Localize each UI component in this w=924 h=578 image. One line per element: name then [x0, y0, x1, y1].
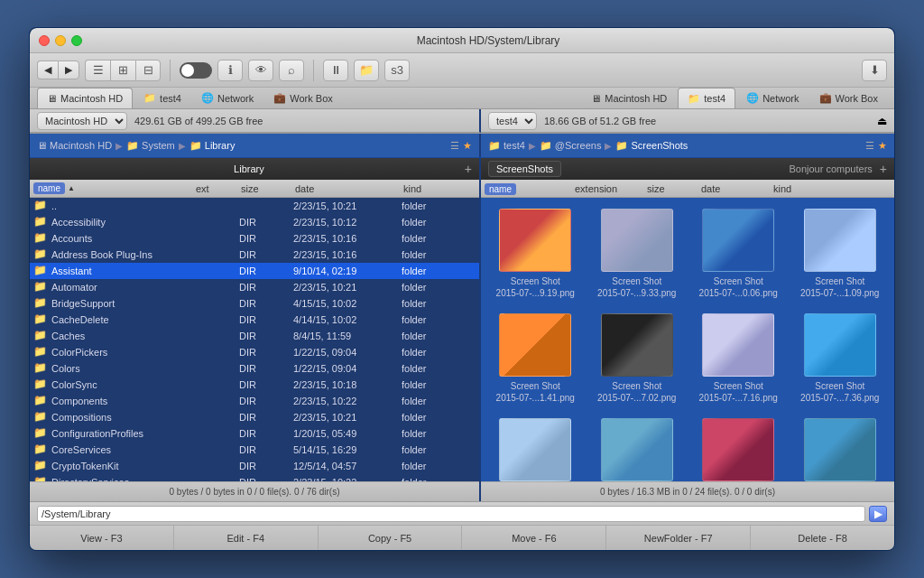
right-col-size[interactable]: size	[647, 183, 701, 194]
right-bc-star-icon[interactable]: ★	[878, 140, 887, 152]
file-row[interactable]: 📁 ConfigurationProfiles DIR 1/20/15, 05:…	[30, 425, 479, 442]
screenshot-item[interactable]: Screen Shot2015-07-...9.33.png	[590, 205, 685, 303]
right-add-button[interactable]: +	[880, 162, 887, 176]
pause-button[interactable]: ⏸	[323, 60, 348, 81]
file-row[interactable]: 📁 Colors DIR 1/22/15, 09:04 folder	[30, 360, 479, 377]
toggle-button[interactable]	[180, 62, 212, 79]
funckey-6[interactable]: Move - F6	[462, 526, 606, 550]
file-name: Assistant	[51, 266, 194, 276]
screenshot-item[interactable]: Screen Shot2015-07-...8.16.png	[691, 415, 786, 481]
list-view-button[interactable]: ☰	[85, 60, 110, 81]
screenshot-item[interactable]: Screen Shot2015-07-...1.09.png	[793, 205, 888, 303]
icon-view-button[interactable]: ⊞	[110, 60, 135, 81]
bc-right-2[interactable]: 📁 ScreenShots	[615, 140, 688, 152]
file-row[interactable]: 📁 Automator DIR 2/23/15, 10:21 folder	[30, 279, 479, 295]
bc-right-0[interactable]: 📁 test4	[488, 140, 525, 152]
file-size: DIR	[239, 347, 293, 358]
forward-button[interactable]: ▶	[58, 61, 79, 79]
right-tab-macintoshhd[interactable]: 🖥 Macintosh HD	[582, 88, 676, 108]
file-kind: folder	[402, 233, 465, 244]
file-size: DIR	[239, 461, 293, 471]
file-row[interactable]: 📁 Components DIR 2/23/15, 10:22 folder	[30, 393, 479, 409]
file-row[interactable]: 📁 Caches DIR 8/4/15, 11:59 folder	[30, 328, 479, 344]
download-button[interactable]: ⬇	[862, 60, 887, 81]
left-bc-list-icon[interactable]: ☰	[450, 140, 459, 152]
search-button[interactable]: ⌕	[279, 60, 304, 81]
screenshots-tab[interactable]: ScreenShots	[488, 161, 561, 177]
funckey-4[interactable]: Edit - F4	[174, 526, 319, 550]
file-name: Address Book Plug-Ins	[51, 249, 194, 260]
left-drive-select[interactable]: Macintosh HD	[37, 112, 127, 130]
info-button[interactable]: ℹ	[217, 60, 243, 81]
screenshot-item[interactable]: Screen Shot2015-07-...8.00.png	[590, 415, 685, 481]
preview-button[interactable]: 👁	[248, 60, 273, 81]
left-tab-workbox[interactable]: 💼 Work Box	[264, 88, 341, 108]
left-tab-test4[interactable]: 📁 test4	[134, 88, 190, 108]
left-bc-star-icon[interactable]: ★	[463, 140, 472, 152]
network-icon-r: 🌐	[746, 92, 759, 104]
file-row[interactable]: 📁 Compositions DIR 2/23/15, 10:21 folder	[30, 409, 479, 425]
right-col-kind[interactable]: kind	[773, 183, 827, 194]
left-tab-network[interactable]: 🌐 Network	[192, 88, 263, 108]
left-panel-title: Library	[37, 163, 461, 174]
file-row[interactable]: 📁 Accessibility DIR 2/23/15, 10:12 folde…	[30, 214, 479, 230]
path-go-button[interactable]: ▶	[869, 506, 887, 522]
left-tab-macintoshhd[interactable]: 🖥 Macintosh HD	[37, 88, 133, 108]
new-folder-button[interactable]: 📁	[354, 60, 379, 81]
screenshot-item[interactable]: Screen Shot2015-07-...7.45.png	[488, 415, 583, 481]
bc-left-2[interactable]: 📁 Library	[189, 140, 236, 152]
col-kind-header[interactable]: kind	[403, 183, 467, 194]
file-row[interactable]: 📁 ColorSync DIR 2/23/15, 10:18 folder	[30, 377, 479, 393]
bc-left-1[interactable]: 📁 System	[126, 140, 175, 152]
right-tab-test4[interactable]: 📁 test4	[678, 88, 735, 108]
file-row[interactable]: 📁 CoreServices DIR 5/14/15, 16:29 folder	[30, 442, 479, 458]
minimize-button[interactable]	[55, 35, 66, 46]
folder-icon-bc2: 📁	[189, 140, 202, 152]
file-row[interactable]: 📁 ColorPickers DIR 1/22/15, 09:04 folder	[30, 344, 479, 360]
col-date-header[interactable]: date	[295, 183, 403, 194]
right-col-date[interactable]: date	[701, 183, 773, 194]
funckey-5[interactable]: Copy - F5	[319, 526, 463, 550]
file-kind: folder	[402, 347, 465, 358]
back-button[interactable]: ◀	[37, 61, 58, 79]
funckey-3[interactable]: View - F3	[30, 526, 174, 550]
right-bc-list-icon[interactable]: ☰	[865, 140, 874, 152]
bc-left-0[interactable]: 🖥 Macintosh HD	[37, 140, 112, 151]
right-col-name[interactable]: name	[485, 183, 575, 194]
right-panel-tabs: ScreenShots	[488, 158, 789, 180]
left-add-button[interactable]: +	[465, 162, 472, 176]
col-ext-header[interactable]: ext	[196, 183, 241, 194]
file-row[interactable]: 📁 CryptoTokenKit DIR 12/5/14, 04:57 fold…	[30, 458, 479, 474]
screenshot-item[interactable]: Screen Shot2015-07-...9.24.png	[793, 415, 888, 481]
file-row[interactable]: 📁 BridgeSupport DIR 4/15/15, 10:02 folde…	[30, 295, 479, 312]
screenshot-item[interactable]: Screen Shot2015-07-...1.41.png	[488, 310, 583, 407]
file-row[interactable]: 📁 Assistant DIR 9/10/14, 02:19 folder	[30, 263, 479, 279]
col-name-header[interactable]: name ▲	[33, 182, 196, 194]
right-col-ext[interactable]: extension	[575, 183, 647, 194]
screenshot-item[interactable]: Screen Shot2015-07-...9.19.png	[488, 205, 583, 303]
file-row[interactable]: 📁 Accounts DIR 2/23/15, 10:16 folder	[30, 230, 479, 247]
maximize-button[interactable]	[71, 35, 82, 46]
right-drive-select[interactable]: test4	[488, 112, 537, 130]
column-view-button[interactable]: ⊟	[135, 60, 161, 81]
col-size-header[interactable]: size	[241, 183, 295, 194]
screenshot-item[interactable]: Screen Shot2015-07-...7.16.png	[691, 310, 786, 407]
file-row[interactable]: 📁 Address Book Plug-Ins DIR 2/23/15, 10:…	[30, 247, 479, 263]
file-row[interactable]: 📁 .. 2/23/15, 10:21 folder	[30, 198, 479, 214]
close-button[interactable]	[39, 35, 50, 46]
funckey-8[interactable]: Delete - F8	[751, 526, 894, 550]
screenshot-item[interactable]: Screen Shot2015-07-...7.36.png	[793, 310, 888, 407]
funckey-7[interactable]: NewFolder - F7	[606, 526, 751, 550]
right-tab-network[interactable]: 🌐 Network	[737, 88, 808, 108]
eject-button[interactable]: ⏏	[877, 115, 887, 127]
file-date: 2/23/15, 10:21	[293, 412, 402, 423]
file-row[interactable]: 📁 CacheDelete DIR 4/14/15, 10:02 folder	[30, 312, 479, 328]
screenshot-item[interactable]: Screen Shot2015-07-...7.02.png	[590, 310, 685, 407]
right-tab-workbox[interactable]: 💼 Work Box	[810, 88, 887, 108]
file-row[interactable]: 📁 DirectoryServices DIR 2/23/15, 10:22 f…	[30, 474, 479, 481]
bc-right-at[interactable]: 📁 @Screens	[540, 140, 602, 152]
path-input[interactable]	[37, 506, 865, 522]
screenshot-item[interactable]: Screen Shot2015-07-...0.06.png	[691, 205, 786, 303]
file-date: 1/22/15, 09:04	[293, 363, 402, 374]
s3-button[interactable]: s3	[384, 60, 410, 81]
